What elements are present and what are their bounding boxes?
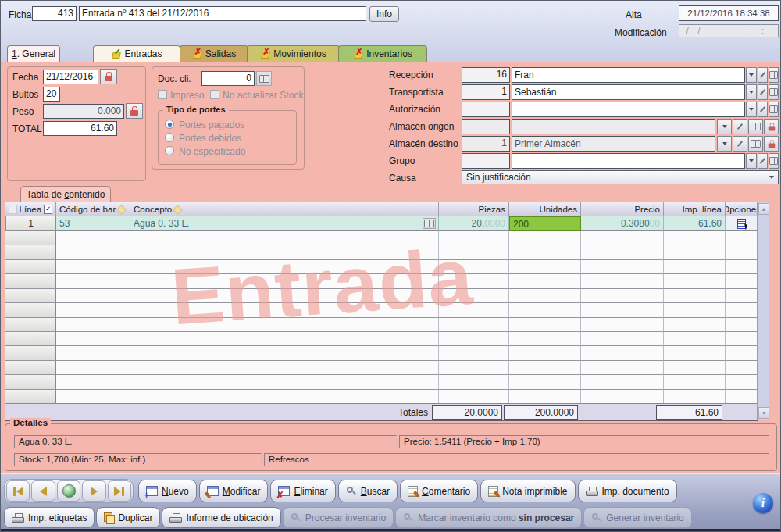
- almacen-origen-dropdown-button[interactable]: [717, 119, 732, 134]
- table-row[interactable]: [5, 318, 758, 332]
- column-header-opciones[interactable]: Opciones: [726, 202, 758, 216]
- recepcion-edit-button[interactable]: [758, 67, 768, 83]
- recepcion-name-field[interactable]: Fran: [512, 67, 745, 83]
- next-record-button[interactable]: [82, 480, 105, 502]
- previous-record-button[interactable]: [31, 480, 55, 502]
- almacen-origen-edit-button[interactable]: [733, 119, 747, 134]
- buscar-button[interactable]: Buscar: [338, 480, 398, 502]
- ficha-number-field[interactable]: 413: [32, 6, 77, 21]
- column-header-unidades[interactable]: Unidades: [509, 202, 581, 216]
- almacen-destino-edit-button[interactable]: [733, 136, 747, 152]
- autorizacion-edit-button[interactable]: [758, 102, 768, 117]
- table-row[interactable]: [5, 245, 758, 259]
- lock-icon: [768, 127, 775, 131]
- peso-lock-button[interactable]: [126, 103, 143, 119]
- column-header-linea[interactable]: Línea ✓: [5, 202, 56, 216]
- scroll-up-arrow[interactable]: ▲: [758, 203, 769, 215]
- previous-record-icon: [40, 487, 47, 496]
- tab-salidas[interactable]: ✗ Salidas: [180, 45, 248, 62]
- app-window: Ficha 413 Entrada nº 413 del 21/12/2016 …: [0, 0, 781, 532]
- concepto-cell[interactable]: Agua 0. 33 L.: [130, 216, 439, 231]
- info-sphere-button[interactable]: i: [753, 493, 773, 513]
- table-row[interactable]: [5, 361, 758, 375]
- column-header-precio[interactable]: Precio: [581, 202, 664, 216]
- importe-cell[interactable]: 61.60: [664, 216, 726, 231]
- grupo-code-field[interactable]: [462, 153, 510, 169]
- document-title-field[interactable]: Entrada nº 413 del 21/12/2016: [79, 6, 366, 21]
- table-row[interactable]: [5, 274, 758, 288]
- transportista-edit-button[interactable]: [758, 84, 768, 100]
- autorizacion-name-field[interactable]: [512, 102, 745, 117]
- tab-movimientos[interactable]: ✗ Movimientos: [247, 45, 340, 62]
- concepto-lookup-button[interactable]: [423, 218, 436, 229]
- table-row[interactable]: [5, 390, 758, 404]
- modificar-button[interactable]: ✎ Modificar: [199, 480, 269, 502]
- imp-documento-button[interactable]: Imp. documento: [578, 480, 677, 502]
- table-row[interactable]: [5, 346, 758, 360]
- column-header-imp-linea[interactable]: Imp. línea: [664, 202, 726, 216]
- comentario-button[interactable]: ✎ Comentario: [400, 480, 478, 502]
- tab-tabla-contenido[interactable]: Tabla de contenido: [20, 186, 111, 202]
- toolbar-row2: Imp. etiquetas Duplicar Informe de ubica…: [4, 507, 692, 528]
- autorizacion-lookup-button[interactable]: [769, 102, 779, 117]
- causa-dropdown[interactable]: Sin justificación: [462, 170, 779, 184]
- fecha-lock-button[interactable]: [100, 69, 117, 84]
- precio-cell[interactable]: 0.308000: [581, 216, 664, 231]
- unidades-cell-editing[interactable]: 200.: [509, 216, 581, 231]
- recepcion-dropdown-button[interactable]: [746, 67, 757, 83]
- bultos-field[interactable]: 20: [43, 87, 60, 102]
- refresh-button[interactable]: [57, 480, 80, 502]
- alta-datetime-value: 21/12/2016 18:34:38: [679, 5, 779, 21]
- nuevo-button[interactable]: + Nuevo: [138, 480, 197, 502]
- table-row[interactable]: [5, 231, 758, 245]
- opciones-cell[interactable]: [726, 216, 758, 231]
- info-button[interactable]: Info: [369, 6, 399, 22]
- nota-imprimible-button[interactable]: ✎ Nota imprimible: [480, 480, 575, 502]
- column-header-concepto[interactable]: Concepto: [130, 202, 439, 216]
- autorizacion-dropdown-button[interactable]: [746, 102, 757, 117]
- transportista-name-field[interactable]: Sebastián: [512, 84, 745, 100]
- eliminar-button[interactable]: ✗ Eliminar: [270, 480, 335, 502]
- doc-cli-field[interactable]: 0: [201, 71, 255, 86]
- table-row[interactable]: [5, 303, 758, 317]
- table-row[interactable]: [5, 332, 758, 346]
- grupo-label: Grupo: [389, 153, 415, 169]
- first-record-button[interactable]: [6, 480, 30, 502]
- table-row[interactable]: [5, 375, 758, 389]
- almacen-destino-lock-button[interactable]: [764, 136, 779, 152]
- almacen-destino-dropdown-button[interactable]: [717, 136, 732, 152]
- duplicar-button[interactable]: Duplicar: [96, 507, 160, 528]
- recepcion-lookup-button[interactable]: [769, 67, 779, 83]
- grupo-edit-button[interactable]: [758, 153, 768, 169]
- tab-general[interactable]: 1. General: [7, 45, 60, 62]
- bultos-label: Bultos: [12, 87, 38, 102]
- row-header-cell[interactable]: 1: [5, 216, 56, 231]
- table-row[interactable]: [5, 289, 758, 303]
- almacen-origen-lock-button[interactable]: [764, 119, 779, 134]
- column-header-codigo[interactable]: Código de bar: [56, 202, 130, 216]
- table-scrollbar[interactable]: ▲ ▼: [757, 202, 769, 420]
- recepcion-code-field[interactable]: 16: [462, 67, 510, 83]
- almacen-destino-lookup-button[interactable]: [748, 136, 763, 152]
- tab-entradas[interactable]: ✓ Entradas: [93, 45, 180, 62]
- transportista-dropdown-button[interactable]: [746, 84, 757, 100]
- procesar-inventario-button: Procesar inventario: [283, 507, 394, 528]
- transportista-lookup-button[interactable]: [769, 84, 779, 100]
- table-row[interactable]: [5, 260, 758, 274]
- last-record-button[interactable]: [108, 480, 131, 502]
- almacen-origen-lookup-button[interactable]: [748, 119, 763, 134]
- column-header-piezas[interactable]: Piezas: [439, 202, 509, 216]
- fecha-field[interactable]: 21/12/2016: [43, 70, 98, 84]
- autorizacion-code-field[interactable]: [462, 102, 510, 117]
- grupo-lookup-button[interactable]: [769, 153, 779, 169]
- grupo-dropdown-button[interactable]: [746, 153, 757, 169]
- grupo-name-field[interactable]: [512, 153, 745, 169]
- tab-inventarios[interactable]: ✗ Inventarios: [338, 45, 427, 62]
- scroll-down-arrow[interactable]: ▼: [758, 407, 769, 419]
- piezas-cell[interactable]: 20.0000: [439, 216, 509, 231]
- informe-ubicacion-button[interactable]: Informe de ubicación: [162, 507, 280, 528]
- imp-etiquetas-button[interactable]: Imp. etiquetas: [4, 507, 95, 528]
- book-icon: [424, 220, 434, 227]
- codigo-cell[interactable]: 53: [56, 216, 130, 231]
- transportista-code-field[interactable]: 1: [462, 84, 510, 100]
